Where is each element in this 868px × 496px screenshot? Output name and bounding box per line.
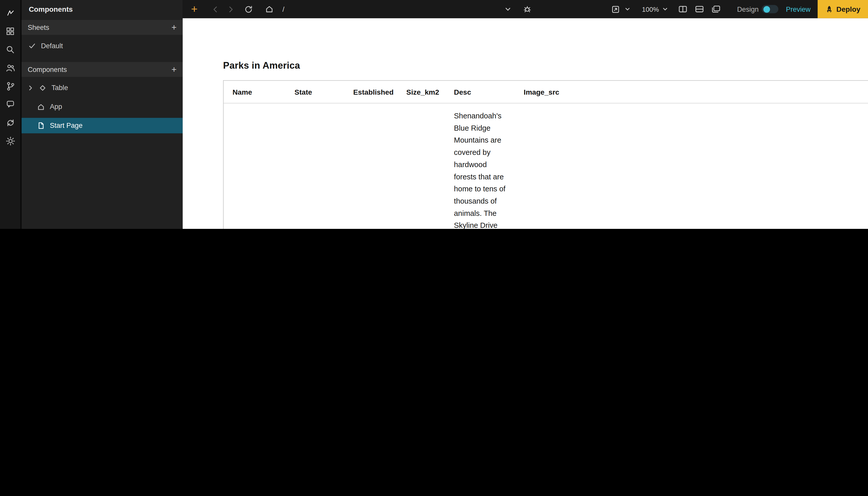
check-icon — [28, 42, 36, 50]
messages-icon[interactable] — [0, 95, 21, 113]
app-logo-icon[interactable] — [0, 4, 21, 22]
design-mode-label[interactable]: Design — [736, 0, 760, 18]
design-canvas[interactable]: Parks in America Name State Established … — [183, 18, 868, 229]
path-label: / — [279, 0, 287, 18]
panel-title: Components — [22, 0, 183, 18]
add-sheet-icon[interactable]: + — [171, 23, 177, 32]
table-row[interactable]: Shenandoah Virginia May 22, 1926 805.5 S… — [224, 103, 868, 229]
cell-desc: Shenandoah's Blue Ridge Mountains are co… — [445, 103, 515, 229]
component-item-app[interactable]: App — [22, 99, 183, 114]
users-icon[interactable] — [0, 59, 21, 77]
split-vertical-icon[interactable] — [677, 0, 688, 18]
overlap-windows-icon[interactable] — [710, 0, 721, 18]
zoom-chevron-icon[interactable] — [661, 0, 669, 18]
deploy-button[interactable]: Deploy — [818, 0, 868, 18]
component-item-start-page[interactable]: Start Page — [22, 118, 183, 134]
icon-rail — [0, 0, 21, 229]
cell-name: Shenandoah — [224, 103, 286, 229]
debug-icon[interactable] — [522, 0, 532, 18]
nav-forward-icon[interactable] — [226, 0, 235, 18]
zoom-level[interactable]: 100% — [640, 0, 661, 18]
fit-view-icon[interactable] — [610, 0, 621, 18]
cell-size-km2: 805.5 — [397, 103, 445, 229]
column-header: Desc — [445, 88, 515, 96]
home-icon[interactable] — [264, 0, 274, 18]
refresh-icon[interactable] — [244, 0, 254, 18]
fit-view-chevron-icon[interactable] — [623, 0, 631, 18]
diamond-icon — [39, 84, 46, 92]
preview-mode-label[interactable]: Preview — [784, 0, 812, 18]
home-icon — [37, 103, 45, 110]
column-header: Established — [345, 88, 397, 96]
grid-icon[interactable] — [0, 22, 21, 41]
cell-state: Virginia — [286, 103, 345, 229]
column-header: Size_km2 — [397, 88, 445, 96]
search-icon[interactable] — [0, 40, 21, 59]
toggle-track — [762, 5, 778, 14]
column-header: Image_src — [515, 88, 868, 96]
nav-back-icon[interactable] — [211, 0, 220, 18]
split-horizontal-icon[interactable] — [694, 0, 705, 18]
deploy-label: Deploy — [836, 5, 861, 14]
column-header: State — [286, 88, 345, 96]
sheets-section-label: Sheets — [28, 24, 49, 31]
component-item-label: Start Page — [50, 122, 82, 129]
app-window: Components Sheets + Default Components +… — [0, 0, 868, 229]
git-branch-icon[interactable] — [0, 77, 21, 95]
component-item-label: Table — [51, 84, 68, 92]
components-section-header[interactable]: Components + — [22, 62, 183, 77]
parks-table[interactable]: Name State Established Size_km2 Desc Ima… — [223, 80, 868, 229]
sheets-section-header[interactable]: Sheets + — [22, 20, 183, 35]
toggle-knob — [763, 6, 770, 13]
cell-established: May 22, 1926 — [345, 103, 397, 229]
sheet-item-label: Default — [41, 42, 63, 50]
sheet-item-default[interactable]: Default — [22, 38, 183, 54]
add-component-icon[interactable]: + — [171, 65, 177, 74]
component-item-table[interactable]: Table — [22, 80, 183, 96]
cell-image-src: https://upload.wikimedia.org/wikipedia/c… — [515, 103, 868, 229]
chevron-right-icon[interactable] — [27, 85, 34, 91]
components-panel: Components Sheets + Default Components +… — [22, 0, 183, 229]
sync-icon[interactable] — [0, 113, 21, 132]
page-file-icon — [37, 122, 45, 129]
settings-gear-icon[interactable] — [0, 131, 21, 150]
design-preview-toggle[interactable] — [762, 0, 778, 18]
top-toolbar: + / 100% — [183, 0, 868, 18]
rocket-icon — [825, 5, 833, 13]
add-button[interactable]: + — [187, 0, 201, 18]
table-header-row: Name State Established Size_km2 Desc Ima… — [224, 81, 868, 104]
column-header: Name — [224, 88, 286, 96]
component-item-label: App — [50, 103, 62, 110]
components-section-label: Components — [28, 65, 67, 73]
page-title[interactable]: Parks in America — [223, 60, 300, 71]
chevron-down-icon[interactable] — [503, 0, 513, 18]
